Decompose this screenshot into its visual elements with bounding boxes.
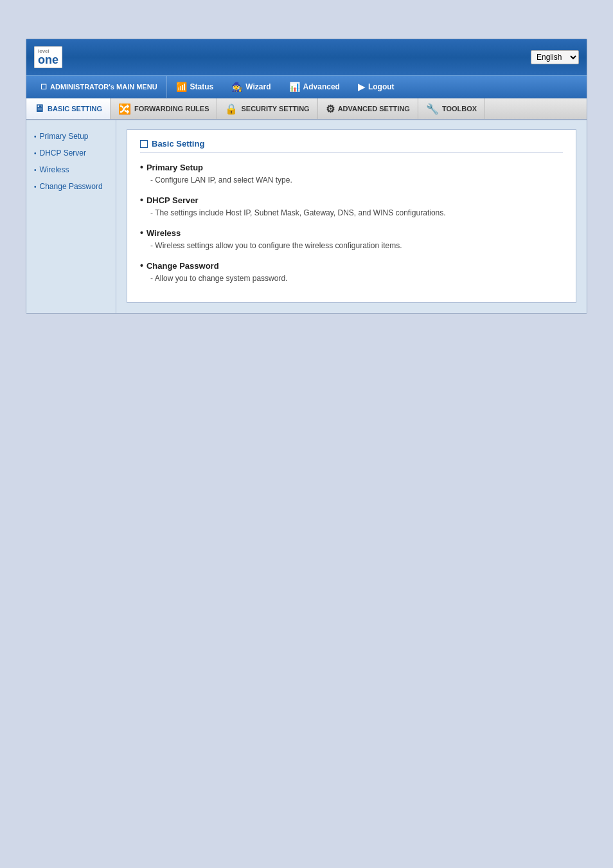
section-heading-change-password: Change Password (140, 260, 563, 271)
nav-label-advanced: Advanced (303, 82, 340, 91)
sidebar-label-wireless: Wireless (40, 165, 69, 174)
section-heading-text-dhcp: DHCP Server (147, 195, 199, 205)
section-desc-primary-setup: Configure LAN IP, and select WAN type. (140, 174, 563, 186)
nav-item-advanced[interactable]: 📊 Advanced (280, 76, 349, 98)
sidebar-label-dhcp-server: DHCP Server (40, 149, 86, 158)
nav-label-wizard: Wizard (245, 82, 271, 91)
nav-item-logout[interactable]: ▶ Logout (349, 76, 404, 98)
sidebar-item-primary-setup[interactable]: • Primary Setup (26, 128, 116, 145)
content-wrapper: • Primary Setup • DHCP Server • Wireless… (26, 120, 587, 313)
section-desc-wireless: Wireless settings allow you to configure… (140, 240, 563, 251)
top-nav: ☐ ADMINISTRATOR's MAIN MENU 📶 Status 🧙 W… (26, 75, 587, 98)
advanced-icon: 📊 (289, 82, 300, 92)
sidebar-item-wireless[interactable]: • Wireless (26, 161, 116, 178)
bullet-change-password: • (34, 183, 37, 190)
main-content: Basic Setting Primary Setup Configure LA… (116, 120, 587, 313)
bullet-primary-setup: • (34, 133, 37, 140)
section-heading-text-wireless: Wireless (147, 228, 181, 238)
section-heading-dhcp: DHCP Server (140, 195, 563, 205)
wizard-icon: 🧙 (231, 82, 242, 92)
logo-one: one (38, 54, 58, 66)
bullet-dhcp-server: • (34, 150, 37, 157)
section-primary-setup: Primary Setup Configure LAN IP, and sele… (140, 162, 563, 186)
logo: level one (34, 46, 62, 69)
content-title-icon (140, 140, 148, 148)
section-change-password: Change Password Allow you to change syst… (140, 260, 563, 284)
section-heading-text-password: Change Password (147, 261, 219, 271)
section-dhcp-server: DHCP Server The settings include Host IP… (140, 195, 563, 219)
header: level one English Chinese Spanish (26, 39, 587, 75)
sub-nav-label-advanced: ADVANCED SETTING (338, 105, 410, 113)
admin-menu-label: ADMINISTRATOR's MAIN MENU (50, 83, 157, 91)
basic-setting-icon: 🖥 (34, 103, 44, 114)
sidebar-label-change-password: Change Password (40, 182, 103, 191)
status-icon: 📶 (176, 82, 187, 92)
sub-nav-label-security: SECURITY SETTING (241, 105, 309, 113)
nav-item-status[interactable]: 📶 Status (167, 76, 223, 98)
section-desc-change-password: Allow you to change system password. (140, 273, 563, 284)
bullet-wireless: • (34, 167, 37, 174)
section-wireless: Wireless Wireless settings allow you to … (140, 228, 563, 251)
sub-nav: 🖥 BASIC SETTING 🔀 FORWARDING RULES 🔒 SEC… (26, 98, 587, 120)
sub-nav-label-forwarding: FORWARDING RULES (134, 105, 209, 113)
forwarding-icon: 🔀 (118, 103, 131, 115)
sub-nav-basic-setting[interactable]: 🖥 BASIC SETTING (26, 98, 111, 119)
nav-label-logout: Logout (368, 82, 395, 91)
admin-menu-item[interactable]: ☐ ADMINISTRATOR's MAIN MENU (31, 76, 167, 98)
sidebar: • Primary Setup • DHCP Server • Wireless… (26, 120, 116, 313)
section-heading-primary-setup: Primary Setup (140, 162, 563, 172)
sub-nav-toolbox[interactable]: 🔧 TOOLBOX (418, 98, 485, 119)
security-icon: 🔒 (225, 103, 238, 115)
section-desc-dhcp: The settings include Host IP, Subnet Mas… (140, 207, 563, 219)
sidebar-item-change-password[interactable]: • Change Password (26, 178, 116, 195)
logo-box: level one (34, 46, 62, 69)
section-heading-text-primary: Primary Setup (147, 163, 203, 172)
admin-menu-icon: ☐ (40, 83, 47, 91)
sub-nav-label-toolbox: TOOLBOX (442, 105, 477, 113)
language-selector[interactable]: English Chinese Spanish (531, 50, 579, 64)
sub-nav-forwarding-rules[interactable]: 🔀 FORWARDING RULES (111, 98, 218, 119)
advanced-setting-icon: ⚙ (326, 103, 335, 115)
sub-nav-advanced-setting[interactable]: ⚙ ADVANCED SETTING (318, 98, 418, 119)
content-box: Basic Setting Primary Setup Configure LA… (127, 129, 576, 303)
logout-icon: ▶ (358, 82, 365, 92)
content-title: Basic Setting (140, 139, 563, 153)
sub-nav-label-basic: BASIC SETTING (48, 105, 102, 113)
language-dropdown[interactable]: English Chinese Spanish (531, 50, 579, 64)
sidebar-label-primary-setup: Primary Setup (40, 132, 89, 141)
content-title-text: Basic Setting (152, 139, 204, 149)
sidebar-item-dhcp-server[interactable]: • DHCP Server (26, 145, 116, 161)
nav-label-status: Status (190, 82, 214, 91)
section-heading-wireless: Wireless (140, 228, 563, 238)
sub-nav-security-setting[interactable]: 🔒 SECURITY SETTING (217, 98, 317, 119)
nav-item-wizard[interactable]: 🧙 Wizard (222, 76, 280, 98)
toolbox-icon: 🔧 (426, 103, 439, 115)
